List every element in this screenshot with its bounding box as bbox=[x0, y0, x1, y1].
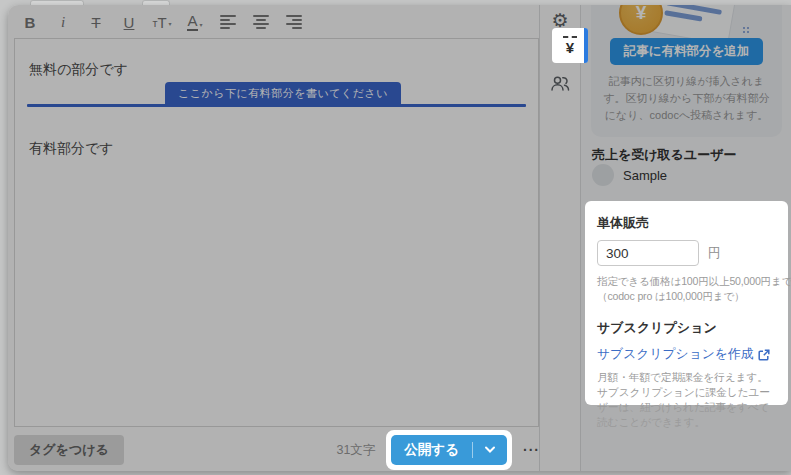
publish-button-label[interactable]: 公開する bbox=[391, 441, 472, 459]
price-row: 円 bbox=[597, 240, 776, 266]
active-tab-indicator bbox=[584, 28, 588, 63]
paid-divider-dash-icon bbox=[563, 36, 577, 38]
editor-area[interactable]: 無料の部分です ここから下に有料部分を書いてください 有料部分です bbox=[14, 38, 539, 427]
single-sale-heading: 単体販売 bbox=[597, 214, 776, 232]
chevron-down-icon: ▾ bbox=[169, 20, 172, 30]
add-paid-section: ¥ 記事に有料部分を追加 記事内に区切り線が挿入されます。区切り線から下部が有料… bbox=[591, 5, 782, 137]
underline-button[interactable]: U bbox=[119, 14, 139, 31]
create-subscription-link[interactable]: サブスクリプションを作成 bbox=[597, 346, 776, 363]
paid-article-illustration: ¥ bbox=[591, 5, 782, 39]
align-right-icon bbox=[286, 15, 302, 29]
chevron-down-icon: ▾ bbox=[200, 21, 203, 31]
publish-button-spotlight: 公開する bbox=[386, 430, 512, 470]
external-link-icon bbox=[758, 349, 770, 361]
paid-settings-tab[interactable]: ¥ bbox=[552, 28, 588, 63]
character-count: 31文字 bbox=[336, 442, 375, 459]
align-left-button[interactable] bbox=[218, 15, 238, 29]
formatting-toolbar: B i T U тT▾ A▾ bbox=[20, 9, 304, 35]
seller-row[interactable]: Sample bbox=[592, 164, 667, 186]
add-paid-part-button[interactable]: 記事に有料部分を追加 bbox=[610, 38, 763, 65]
free-part-text[interactable]: 無料の部分です bbox=[29, 61, 128, 79]
price-input[interactable] bbox=[597, 240, 699, 266]
create-subscription-link-label[interactable]: サブスクリプションを作成 bbox=[597, 346, 754, 363]
avatar bbox=[592, 164, 614, 186]
italic-icon: i bbox=[61, 14, 65, 31]
editor-window: B i T U тT▾ A▾ 無料の部分です ここから下に有料部分を書いてくださ… bbox=[8, 5, 791, 471]
settings-icon-rail: ⚙ ¥ bbox=[539, 5, 581, 471]
bold-icon: B bbox=[25, 14, 36, 31]
people-icon bbox=[549, 75, 571, 92]
paid-divider-label: ここから下に有料部分を書いてください bbox=[165, 82, 401, 104]
seller-name: Sample bbox=[623, 168, 667, 183]
editor-footer-bar: タグをつける 31文字 公開する ··· bbox=[14, 429, 540, 471]
paid-divider: ここから下に有料部分を書いてください bbox=[15, 81, 538, 107]
bold-button[interactable]: B bbox=[20, 14, 40, 31]
publish-options-button[interactable] bbox=[473, 446, 507, 454]
strikethrough-button[interactable]: T bbox=[86, 14, 106, 31]
add-tag-button[interactable]: タグをつける bbox=[14, 435, 124, 465]
members-tab[interactable] bbox=[540, 75, 580, 92]
footer-right-group: 31文字 公開する ··· bbox=[336, 430, 540, 470]
price-note: 指定できる価格は100円以上50,000円まで （codoc pro は100,… bbox=[597, 274, 776, 304]
align-left-icon bbox=[220, 15, 236, 29]
align-right-button[interactable] bbox=[284, 15, 304, 29]
more-options-button[interactable]: ··· bbox=[523, 442, 540, 458]
yen-icon: ¥ bbox=[566, 40, 574, 55]
text-color-button[interactable]: A▾ bbox=[185, 13, 205, 31]
text-color-icon: A bbox=[187, 13, 197, 31]
publish-split-button[interactable]: 公開する bbox=[391, 435, 507, 465]
font-size-button[interactable]: тT▾ bbox=[152, 15, 172, 30]
price-note-line2: （codoc pro は100,000円まで） bbox=[597, 289, 776, 304]
paid-divider-line bbox=[27, 104, 526, 107]
italic-button[interactable]: i bbox=[53, 14, 73, 31]
subscription-note: 月額・年額で定期課金を行えます。サブスクリプションに課金したユーザーは、紐づけら… bbox=[597, 370, 776, 430]
paid-settings-panel: ¥ 記事に有料部分を追加 記事内に区切り線が挿入されます。区切り線から下部が有料… bbox=[581, 5, 791, 471]
currency-label: 円 bbox=[708, 245, 721, 262]
underline-icon: U bbox=[124, 14, 135, 31]
pricing-card: 単体販売 円 指定できる価格は100円以上50,000円まで （codoc pr… bbox=[585, 201, 788, 405]
add-paid-part-caption: 記事内に区切り線が挿入されます。区切り線から下部が有料部分になり、codocへ投… bbox=[599, 73, 774, 124]
align-center-button[interactable] bbox=[251, 15, 271, 29]
dots-decoration bbox=[743, 27, 745, 29]
subscription-heading: サブスクリプション bbox=[597, 319, 776, 337]
chevron-down-icon bbox=[484, 446, 496, 454]
seller-heading: 売上を受け取るユーザー bbox=[592, 146, 737, 164]
align-center-icon bbox=[253, 15, 269, 29]
paid-part-text[interactable]: 有料部分です bbox=[29, 140, 114, 158]
price-note-line1: 指定できる価格は100円以上50,000円まで bbox=[597, 274, 776, 289]
strikethrough-icon: T bbox=[91, 14, 100, 31]
